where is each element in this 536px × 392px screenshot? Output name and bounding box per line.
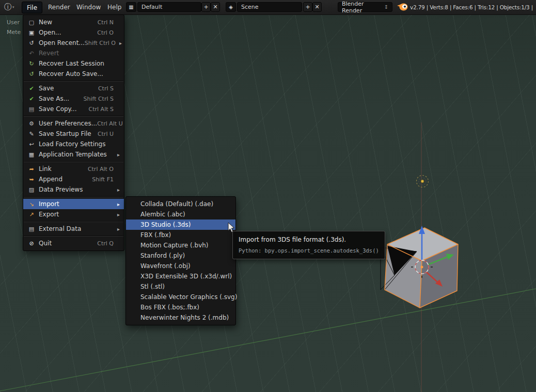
submenu-item-fbx-fbx[interactable]: FBX (.fbx) bbox=[126, 230, 235, 240]
menu-item-save-startup-file[interactable]: ✎Save Startup FileCtrl U bbox=[23, 129, 124, 139]
submenu-item-label: X3D Extensible 3D (.x3d/.wrl) bbox=[140, 273, 232, 280]
updown-arrows-icon: ↕ bbox=[384, 4, 388, 10]
menu-item-shortcut: Ctrl Alt U bbox=[97, 120, 123, 127]
screen-layout-icon[interactable]: ▦ bbox=[126, 2, 136, 12]
menu-item-data-previews[interactable]: ▨Data Previews▸ bbox=[23, 184, 124, 195]
submenu-item-alembic-abc[interactable]: Alembic (.abc) bbox=[126, 209, 235, 219]
menu-item-recover-last-session[interactable]: ↻Recover Last Session bbox=[23, 58, 124, 69]
tooltip-python-command: Python: bpy.ops.import_scene.autodesk_3d… bbox=[239, 247, 379, 254]
submenu-item-label: Motion Capture (.bvh) bbox=[140, 242, 209, 249]
render-engine-value: Blender Render bbox=[342, 1, 384, 14]
menu-separator bbox=[24, 81, 123, 82]
save-startup-file-icon: ✎ bbox=[27, 131, 36, 137]
menu-item-save[interactable]: ✔SaveCtrl S bbox=[23, 83, 124, 93]
menu-item-recover-auto-save[interactable]: ↺Recover Auto Save... bbox=[23, 69, 124, 79]
menu-item-label: Recover Last Session bbox=[39, 60, 104, 67]
tooltip-title: Import from 3DS file format (.3ds). bbox=[239, 236, 379, 243]
menu-item-export[interactable]: ↗Export▸ bbox=[23, 209, 124, 219]
save-copy-icon: ▤ bbox=[27, 106, 36, 113]
menu-item-open-recent[interactable]: ↺Open Recent...Shift Ctrl O▸ bbox=[23, 38, 124, 48]
menu-render[interactable]: Render bbox=[43, 2, 75, 12]
menu-help[interactable]: Help bbox=[103, 2, 126, 12]
submenu-item-label: Bos FBX (.bos;.fbx) bbox=[140, 304, 199, 311]
load-factory-settings-icon: ↩ bbox=[27, 141, 36, 148]
blender-logo bbox=[397, 2, 408, 12]
menu-item-quit[interactable]: ⊘QuitCtrl Q bbox=[23, 238, 124, 248]
menu-item-label: Recover Auto Save... bbox=[39, 70, 103, 77]
scene-field[interactable]: Scene bbox=[237, 2, 302, 12]
submenu-item-wavefront-obj[interactable]: Wavefront (.obj) bbox=[126, 261, 235, 271]
application-templates-icon: ▦ bbox=[27, 151, 36, 158]
menu-item-label: Data Previews bbox=[39, 186, 83, 193]
add-layout-button[interactable]: + bbox=[201, 2, 211, 12]
menu-item-label: Save bbox=[39, 85, 54, 92]
tooltip: Import from 3DS file format (.3ds). Pyth… bbox=[232, 231, 385, 259]
import-icon: ↘ bbox=[27, 201, 36, 208]
menu-item-import[interactable]: ↘Import▸ bbox=[23, 199, 124, 209]
revert-icon: ↶ bbox=[27, 50, 36, 57]
menu-item-label: Open... bbox=[39, 29, 61, 36]
submenu-item-x3d-extensible-3d-x3d-wrl[interactable]: X3D Extensible 3D (.x3d/.wrl) bbox=[126, 271, 235, 281]
open-icon: ▣ bbox=[27, 29, 36, 36]
close-layout-button[interactable]: ✕ bbox=[211, 2, 220, 12]
submenu-item-label: Scalable Vector Graphics (.svg) bbox=[140, 293, 237, 301]
menu-item-new[interactable]: ▢NewCtrl N bbox=[23, 17, 124, 27]
menu-item-shortcut: Ctrl S bbox=[98, 85, 114, 92]
submenu-item-motion-capture-bvh[interactable]: Motion Capture (.bvh) bbox=[126, 240, 235, 250]
menu-item-shortcut: Ctrl U bbox=[98, 131, 114, 137]
menu-file[interactable]: File bbox=[22, 2, 42, 13]
info-editor-icon: ⓘ bbox=[4, 3, 11, 12]
menu-item-shortcut: Shift F1 bbox=[92, 176, 114, 183]
menu-item-load-factory-settings[interactable]: ↩Load Factory Settings bbox=[23, 139, 124, 149]
file-menu-dropdown: ▢NewCtrl N▣Open...Ctrl O↺Open Recent...S… bbox=[23, 14, 124, 251]
new-icon: ▢ bbox=[27, 19, 36, 26]
menu-item-shortcut: Ctrl Q bbox=[97, 240, 114, 247]
submenu-item-stl-stl[interactable]: Stl (.stl) bbox=[126, 281, 235, 292]
append-icon: ➥ bbox=[27, 176, 36, 183]
menu-item-label: Save As... bbox=[39, 95, 69, 102]
screen-layout-field[interactable]: Default bbox=[137, 2, 201, 12]
menu-separator bbox=[24, 196, 123, 197]
menu-item-append[interactable]: ➥AppendShift F1 bbox=[23, 174, 124, 184]
menu-item-save-as[interactable]: ✔Save As...Shift Ctrl S bbox=[23, 93, 124, 104]
menu-item-label: Save Startup File bbox=[39, 130, 91, 137]
menu-separator bbox=[24, 236, 123, 237]
menu-item-label: External Data bbox=[39, 225, 81, 232]
scene-statistics: v2.79 | Verts:8 | Faces:6 | Tris:12 | Ob… bbox=[410, 0, 533, 14]
menu-item-open[interactable]: ▣Open...Ctrl O bbox=[23, 27, 124, 38]
external-data-icon: ▤ bbox=[27, 226, 36, 232]
submenu-item-neverwinter-nights-2-mdb[interactable]: Neverwinter Nights 2 (.mdb) bbox=[126, 312, 235, 323]
menu-item-label: Quit bbox=[39, 240, 52, 247]
submenu-arrow-icon: ▸ bbox=[115, 201, 120, 207]
menu-item-revert[interactable]: ↶Revert bbox=[23, 48, 124, 58]
menu-item-save-copy[interactable]: ▤Save Copy...Ctrl Alt S bbox=[23, 104, 124, 114]
scene-icon[interactable]: ◈ bbox=[226, 2, 236, 12]
submenu-item-label: Stl (.stl) bbox=[140, 283, 165, 290]
submenu-item-3d-studio-3ds[interactable]: 3D Studio (.3ds) bbox=[126, 219, 235, 230]
submenu-arrow-icon: ▸ bbox=[117, 40, 122, 46]
submenu-item-scalable-vector-graphics-svg[interactable]: Scalable Vector Graphics (.svg) bbox=[126, 292, 235, 302]
menu-window[interactable]: Window bbox=[72, 2, 105, 12]
data-previews-icon: ▨ bbox=[27, 186, 36, 193]
render-engine-select[interactable]: Blender Render ↕ bbox=[338, 2, 392, 12]
add-scene-button[interactable]: + bbox=[303, 2, 312, 12]
menu-item-user-preferences[interactable]: ⚙User Preferences...Ctrl Alt U bbox=[23, 118, 124, 129]
menu-item-external-data[interactable]: ▤External Data▸ bbox=[23, 224, 124, 234]
menu-item-label: User Preferences... bbox=[39, 120, 97, 127]
menu-item-shortcut: Ctrl Alt S bbox=[89, 106, 114, 113]
submenu-item-label: Stanford (.ply) bbox=[140, 252, 185, 259]
submenu-item-label: Collada (Default) (.dae) bbox=[140, 200, 213, 208]
menu-item-link[interactable]: ➦LinkCtrl Alt O bbox=[23, 164, 124, 174]
user-preferences-icon: ⚙ bbox=[27, 120, 36, 127]
editor-type-icon[interactable]: ⓘ ▾ bbox=[4, 0, 14, 14]
menu-item-label: Append bbox=[39, 176, 62, 183]
chevron-down-icon: ▾ bbox=[12, 5, 14, 9]
import-submenu: Collada (Default) (.dae)Alembic (.abc)3D… bbox=[125, 196, 236, 325]
menu-item-shortcut: Shift Ctrl S bbox=[83, 96, 114, 102]
menu-item-application-templates[interactable]: ▦Application Templates▸ bbox=[23, 149, 124, 160]
menu-item-label: Application Templates bbox=[39, 151, 107, 158]
submenu-item-collada-default-dae[interactable]: Collada (Default) (.dae) bbox=[126, 199, 235, 209]
close-scene-button[interactable]: ✕ bbox=[312, 2, 322, 12]
submenu-item-bos-fbx-bos-fbx[interactable]: Bos FBX (.bos;.fbx) bbox=[126, 302, 235, 312]
submenu-item-stanford-ply[interactable]: Stanford (.ply) bbox=[126, 250, 235, 261]
